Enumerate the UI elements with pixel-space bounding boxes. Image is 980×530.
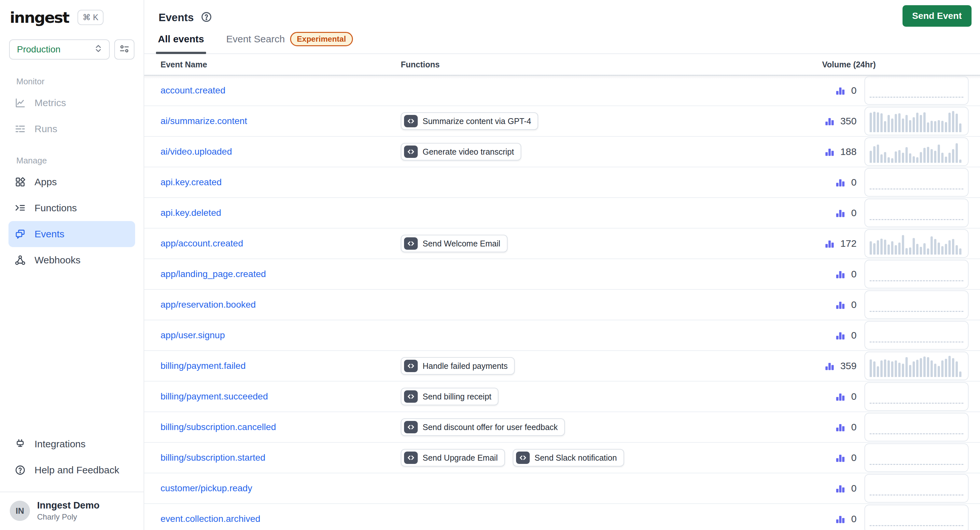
tab-all-events[interactable]: All events [156,28,206,53]
function-pill[interactable]: Handle failed payments [401,357,515,375]
sliders-icon [119,44,130,55]
bar-chart-icon [835,299,846,310]
event-name-link[interactable]: api.key.created [161,177,222,187]
function-pill-label: Send billing receipt [423,392,491,401]
sidebar-item-events[interactable]: Events [8,221,135,247]
sidebar-item-webhooks[interactable]: Webhooks [8,247,135,273]
function-pill-label: Generate video transcript [423,147,514,157]
function-pill-label: Send discount offer for user feedback [423,423,558,432]
function-pill[interactable]: Generate video transcript [401,143,521,161]
nav-section-monitor: Monitor [0,76,143,87]
sidebar-item-label: Functions [35,202,77,213]
volume-sparkline [864,505,969,530]
help-circle-icon[interactable] [200,11,213,24]
table-row: app/user.signup0 [144,320,980,351]
tab-label: Event Search [226,33,285,45]
sidebar-item-label: Help and Feedback [35,465,119,476]
tab-event-search[interactable]: Event Search Experimental [224,28,355,53]
bar-chart-icon [824,146,835,157]
code-icon [404,237,418,250]
volume-sparkline [864,229,969,258]
table-row: event.collection.archived0 [144,504,980,530]
event-name-link[interactable]: billing/payment.failed [161,361,246,371]
bar-chart-icon [835,269,846,280]
volume-sparkline [864,199,969,227]
function-pill[interactable]: Send discount offer for user feedback [401,419,565,436]
column-header-event-name: Event Name [161,60,401,69]
volume-count: 0 [851,330,857,341]
event-name-link[interactable]: ai/summarize.content [161,116,247,126]
event-name-link[interactable]: event.collection.archived [161,514,261,524]
event-name-link[interactable]: billing/subscription.started [161,452,265,463]
sidebar-item-label: Metrics [35,97,66,108]
event-name-link[interactable]: customer/pickup.ready [161,483,252,493]
volume-count: 188 [840,146,857,157]
table-row: billing/subscription.startedSend Upgrade… [144,443,980,473]
event-name-link[interactable]: billing/payment.succeeded [161,391,268,401]
sidebar: inngest ⌘ K Production Monitor [0,0,144,530]
bar-chart-icon [824,238,835,249]
functions-icon [14,202,26,213]
event-name-link[interactable]: app/reservation.booked [161,299,256,310]
bar-chart-icon [835,207,846,218]
function-pill-label: Send Slack notification [535,453,617,463]
metrics-icon [14,97,26,108]
volume-count: 350 [840,116,857,127]
volume-count: 0 [851,299,857,310]
apps-icon [14,177,26,188]
plug-icon [14,439,26,450]
table-row: ai/summarize.contentSummarize content vi… [144,106,980,137]
sidebar-item-label: Integrations [35,439,86,450]
command-k-shortcut[interactable]: ⌘ K [78,10,104,25]
event-name-link[interactable]: api.key.deleted [161,208,221,218]
sidebar-item-apps[interactable]: Apps [8,169,135,195]
function-pill[interactable]: Send Upgrade Email [401,449,505,466]
function-pill[interactable]: Summarize content via GPT-4 [401,112,538,130]
bar-chart-icon [835,85,846,96]
bar-chart-icon [824,360,835,371]
table-row: account.created0 [144,76,980,106]
event-name-link[interactable]: account.created [161,85,225,95]
event-name-link[interactable]: app/account.created [161,238,243,248]
help-circle-icon [14,465,26,476]
function-pill[interactable]: Send Slack notification [513,449,624,466]
volume-sparkline [864,260,969,288]
sidebar-item-label: Webhooks [35,255,80,266]
function-pill[interactable]: Send billing receipt [401,388,498,405]
user-menu[interactable]: IN Inngest Demo Charly Poly [0,492,143,530]
bar-chart-icon [824,116,835,127]
sidebar-item-runs[interactable]: Runs [8,116,135,142]
send-event-button[interactable]: Send Event [902,5,972,27]
table-body: account.created0ai/summarize.contentSumm… [144,76,980,530]
bar-chart-icon [835,483,846,494]
event-name-link[interactable]: ai/video.uploaded [161,146,232,157]
sidebar-item-metrics[interactable]: Metrics [8,90,135,116]
sidebar-item-label: Events [35,229,64,240]
sidebar-item-label: Runs [35,123,57,134]
volume-sparkline [864,76,969,105]
event-name-link[interactable]: billing/subscription.cancelled [161,422,276,432]
nav-section-manage: Manage [0,156,143,166]
environment-select[interactable]: Production [9,40,110,60]
table-row: billing/payment.failedHandle failed paym… [144,351,980,382]
function-pill-label: Handle failed payments [423,361,508,371]
bar-chart-icon [835,177,846,188]
bar-chart-icon [835,422,846,433]
function-pill-label: Send Upgrade Email [423,453,498,463]
inngest-logo[interactable]: inngest [10,8,69,26]
table-row: app/account.createdSend Welcome Email172 [144,229,980,259]
function-pill[interactable]: Send Welcome Email [401,235,508,252]
event-name-link[interactable]: app/user.signup [161,330,225,340]
code-icon [404,421,418,433]
environment-select-value: Production [17,44,60,55]
table-row: billing/subscription.cancelledSend disco… [144,412,980,443]
sidebar-item-help[interactable]: Help and Feedback [8,457,135,483]
table-row: customer/pickup.ready0 [144,473,980,504]
environment-settings-button[interactable] [114,40,134,60]
volume-sparkline [864,137,969,166]
event-name-link[interactable]: app/landing_page.created [161,269,266,279]
volume-sparkline [864,321,969,350]
sidebar-item-functions[interactable]: Functions [8,195,135,221]
sidebar-item-integrations[interactable]: Integrations [8,431,135,457]
table-row: app/landing_page.created0 [144,259,980,290]
